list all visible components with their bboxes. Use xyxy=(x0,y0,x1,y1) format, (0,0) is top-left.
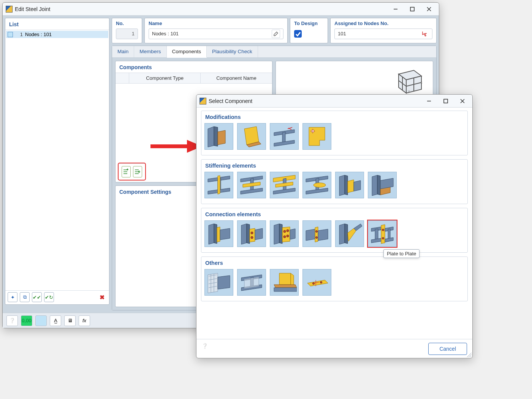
tab-main[interactable]: Main xyxy=(112,46,134,57)
svg-marker-86 xyxy=(371,238,381,243)
svg-marker-100 xyxy=(218,276,230,289)
svg-marker-21 xyxy=(218,130,225,145)
tab-components[interactable]: Components xyxy=(167,46,207,58)
dialog-help-icon[interactable]: ❔ xyxy=(202,343,214,355)
delete-icon[interactable]: ✖ xyxy=(97,292,107,302)
add-component-from-lib-icon[interactable] xyxy=(133,166,142,177)
component-tile[interactable] xyxy=(302,220,331,247)
copy-icon[interactable]: ⧉ xyxy=(20,292,30,302)
svg-marker-29 xyxy=(309,127,325,146)
name-input-text: Nodes : 101 xyxy=(152,28,179,39)
component-tooltip: Plate to Plate xyxy=(383,249,420,258)
svg-point-88 xyxy=(382,229,384,231)
list-item[interactable]: 1 Nodes : 101 xyxy=(6,31,108,38)
component-tile[interactable] xyxy=(368,172,397,198)
tab-members[interactable]: Members xyxy=(134,46,166,57)
to-design-label: To Design xyxy=(294,21,324,26)
list-buttons: ✦ ⧉ ✔✔ ✔↻ ✖ xyxy=(5,290,109,304)
component-tile[interactable] xyxy=(302,123,331,150)
list-label: List xyxy=(5,18,109,30)
svg-marker-105 xyxy=(279,273,291,285)
component-tile[interactable] xyxy=(270,269,299,296)
check-selected-icon[interactable]: ✔↻ xyxy=(44,292,54,302)
svg-marker-77 xyxy=(318,229,328,241)
close-button[interactable] xyxy=(421,3,437,15)
category-stiffening: Stiffening elements xyxy=(201,159,468,204)
category-connection: Connection elements xyxy=(201,208,468,253)
svg-point-111 xyxy=(320,282,322,283)
svg-marker-51 xyxy=(348,180,354,193)
tabs: Main Members Components Plausibility Che… xyxy=(112,46,436,58)
svg-point-65 xyxy=(251,236,253,239)
component-tile-plate-to-plate[interactable]: Plate to Plate xyxy=(368,220,397,247)
svg-marker-69 xyxy=(282,227,290,242)
svg-marker-53 xyxy=(372,175,377,196)
dialog-close-button[interactable] xyxy=(454,95,471,107)
svg-marker-67 xyxy=(274,224,279,244)
component-tile[interactable] xyxy=(204,172,233,198)
minimize-button[interactable] xyxy=(387,3,404,15)
svg-rect-16 xyxy=(444,99,448,103)
color-icon[interactable] xyxy=(35,315,47,326)
new-icon[interactable]: ✦ xyxy=(8,292,17,302)
to-design-checkbox[interactable] xyxy=(294,30,302,38)
component-tile[interactable] xyxy=(270,123,299,150)
component-tile[interactable] xyxy=(335,172,364,198)
font-icon[interactable]: A̲ xyxy=(50,315,61,326)
component-tile[interactable] xyxy=(237,269,266,296)
display-icon[interactable]: 🖥 xyxy=(64,315,76,326)
fx-icon[interactable]: fx xyxy=(79,315,90,326)
component-tile[interactable] xyxy=(204,220,233,247)
view-cube-icon[interactable]: y x xyxy=(391,66,425,97)
resize-grip-icon[interactable] xyxy=(466,352,472,357)
maximize-button[interactable] xyxy=(404,3,421,15)
edit-name-icon[interactable] xyxy=(272,30,280,38)
svg-marker-20 xyxy=(214,127,218,146)
svg-marker-107 xyxy=(274,285,297,288)
name-input[interactable]: Nodes : 101 xyxy=(149,28,283,39)
rowno-col xyxy=(116,73,129,83)
list-body[interactable]: 1 Nodes : 101 xyxy=(5,30,109,290)
component-tile[interactable] xyxy=(302,269,331,296)
assigned-input[interactable]: 101 xyxy=(334,28,432,39)
component-tile[interactable] xyxy=(237,123,266,150)
assigned-label: Assigned to Nodes No. xyxy=(334,21,432,26)
component-tile[interactable] xyxy=(302,172,331,198)
units-icon[interactable]: 0,00 xyxy=(21,315,32,326)
svg-point-71 xyxy=(287,230,289,232)
svg-marker-82 xyxy=(348,228,356,241)
check-all-icon[interactable]: ✔✔ xyxy=(32,292,42,302)
category-title: Modifications xyxy=(204,113,464,123)
component-tile[interactable] xyxy=(237,220,266,247)
help-icon[interactable]: ❔ xyxy=(6,315,18,326)
component-tile[interactable] xyxy=(335,220,364,247)
list-item-text: Nodes : 101 xyxy=(25,32,52,37)
add-component-new-icon[interactable] xyxy=(122,166,131,177)
svg-marker-108 xyxy=(274,288,297,291)
svg-text:x: x xyxy=(421,81,423,84)
tab-plausibility[interactable]: Plausibility Check xyxy=(207,46,258,57)
svg-marker-68 xyxy=(279,224,282,244)
components-table-head: Component Type Component Name xyxy=(116,73,272,84)
svg-marker-58 xyxy=(214,224,217,244)
svg-text:y: y xyxy=(408,89,410,93)
cancel-button[interactable]: Cancel xyxy=(428,343,467,355)
component-tile[interactable] xyxy=(270,172,299,198)
top-fields: No. 1 Name Nodes : 101 To Design xyxy=(112,18,437,43)
dialog-maximize-button[interactable] xyxy=(437,95,454,107)
component-tile[interactable] xyxy=(204,269,233,296)
no-label: No. xyxy=(116,21,138,26)
to-design-field: To Design xyxy=(290,18,328,43)
svg-point-72 xyxy=(283,236,286,238)
app-icon xyxy=(200,98,206,104)
pick-nodes-icon[interactable] xyxy=(421,30,429,38)
component-tile[interactable] xyxy=(237,172,266,198)
svg-rect-1 xyxy=(410,7,414,11)
component-tile[interactable] xyxy=(204,123,233,150)
svg-marker-19 xyxy=(208,127,214,147)
svg-point-89 xyxy=(382,238,384,239)
category-others: Others xyxy=(201,256,468,301)
dialog-minimize-button[interactable] xyxy=(421,95,437,107)
svg-marker-75 xyxy=(306,229,315,241)
component-tile[interactable] xyxy=(270,220,299,247)
